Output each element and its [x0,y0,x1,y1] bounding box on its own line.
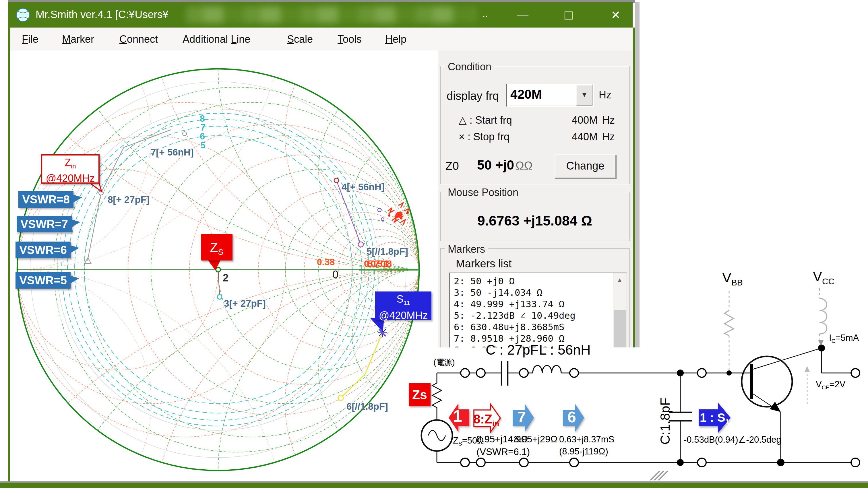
vswr-callout-8: VSWR=8 [19,191,73,208]
axis-label-038: 0.38 [317,257,335,267]
marker-4 [334,178,339,183]
z0-unit: Ω [516,159,524,172]
zin-callout-line1: Zin [42,157,98,172]
label-m2: 2 [223,272,228,284]
window-title: Mr.Smith ver.4.1 [C:¥Users¥ [36,9,168,21]
vswr-circle-5: 5 [200,140,206,150]
vcc-label: VCC [813,268,834,286]
axis-label-cluster: 0.50.75018 [364,259,392,269]
label-m6: 6[//1.8pF] [346,401,388,412]
menu-bar: File Marker Connect Additional Line Scal… [10,28,632,51]
markers-list-label: Markers list [456,258,512,270]
mouse-position-label: Mouse Position [445,187,521,198]
z0-value: 50 +j0 [477,158,514,172]
window-title-tail: .. [482,7,488,20]
zin-value-line2: (VSWR=6.1) [476,446,530,457]
vbb-label: VBB [722,270,743,288]
menu-additional-line[interactable]: Additional Line [183,33,250,45]
axis-label-0: 0 [332,268,338,281]
zin-callout-line2: @420MHz [42,172,98,185]
z0-value-row: 50 +j0 ΩΩ [477,157,532,173]
source-label: (電源) [433,357,455,368]
window-title-redacted [186,6,476,23]
smith-chart[interactable]: 4444 7[+ 56nH] 8[+ 27pF] 3[+ 27pF] 4[+ 5… [10,51,439,481]
maximize-button[interactable]: □ [547,2,590,28]
arrow-s11-label: 1 : S11 [700,411,730,426]
node7-value: 8.95+j29Ω [514,434,557,445]
minimize-button[interactable]: — [501,2,545,28]
s11-value: -0.53dB(0.94)∠-20.5deg [684,434,781,445]
condition-group-label: Condition [445,61,494,73]
label-m4: 4[+ 56nH] [342,182,384,192]
marker-5 [358,242,363,247]
mouse-position-value: 9.6763 +j15.084 Ω [440,213,629,229]
stop-frq-label: × : Stop frq [459,131,509,143]
close-button[interactable]: ✕ [594,2,638,28]
marker-7 [183,132,187,136]
label-m7: 7[+ 56nH] [151,147,193,158]
node6-value-line1: 0.63+j8.37mS [559,434,614,445]
title-bar[interactable]: Mr.Smith ver.4.1 [C:¥Users¥ .. — □ ✕ [8,2,632,28]
vswr-callout-6: VSWR=6 [16,241,71,258]
vce-label: VCE=2V [816,379,845,391]
label-m3: 3[+ 27pF] [224,298,266,309]
markers-group-label: Markers [445,243,488,255]
menu-connect[interactable]: Connect [119,33,158,45]
vswr-callout-7: VSWR=7 [17,216,72,232]
menu-file[interactable]: File [22,33,38,45]
display-frq-label: display frq [446,90,499,102]
series-ind-label: L : 56nH [539,342,591,358]
series-cap-label: C : 27pF [486,342,538,358]
resize-grip[interactable] [650,471,668,480]
marker-6 [338,395,343,400]
start-frq-unit: Hz [602,114,615,126]
marker-2 [216,267,220,272]
zin-callout: Zin @420MHz [41,154,100,184]
menu-marker[interactable]: Marker [62,33,94,45]
menu-help[interactable]: Help [385,33,406,45]
app-icon [16,7,30,22]
combo-dropdown-button[interactable]: ▼ [577,85,592,105]
label-m8: 8[+ 27pF] [107,194,150,205]
display-frq-unit: Hz [599,89,611,101]
shunt-cap-label: C:1.8pF [657,390,672,453]
marker-3 [217,295,222,299]
menu-scale[interactable]: Scale [287,33,313,45]
stop-frq-unit: Hz [602,131,615,143]
arrow-6-label: 6 [563,408,581,426]
node6-value-line2: (8.95-j119Ω) [559,446,608,457]
menu-tools[interactable]: Tools [338,33,362,45]
chevron-down-icon: ▼ [581,91,588,98]
label-m5: 5[//1.8pF] [367,246,408,257]
window-bottom-bar [0,481,868,488]
screen: Mr.Smith ver.4.1 [C:¥Users¥ .. — □ ✕ Fil… [0,0,868,488]
ic-label: IC=5mA [829,333,859,344]
z0-label: Z0 [445,160,459,172]
arrow-1-label: 1 [450,406,466,425]
arrow-7-label: 7 [513,408,530,426]
arrow-8-label: 8:Zin [473,412,499,428]
stop-frq-value: 440M [560,131,598,143]
zs-badge: Zs [409,383,431,406]
start-frq-label: △ : Start frq [459,114,512,126]
zs-callout: ZS [201,234,232,260]
vswr-callout-5: VSWR=5 [16,272,71,289]
start-frq-value: 400M [560,114,598,126]
display-frq-combo[interactable]: 420M ▼ [506,84,594,107]
change-button[interactable]: Change [555,154,616,178]
